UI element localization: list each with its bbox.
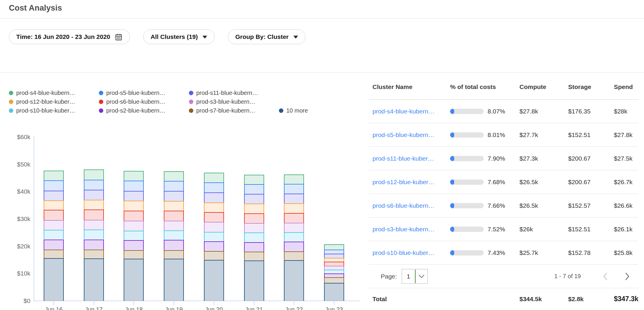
bar-segment[interactable] (284, 260, 304, 301)
bar-segment[interactable] (244, 204, 264, 213)
legend-item[interactable]: prod-s12-blue-kuber… (9, 97, 99, 106)
legend-item[interactable]: prod-s11-blue-kubern… (189, 88, 279, 97)
bar-segment[interactable] (284, 251, 304, 260)
bar-segment[interactable] (244, 175, 264, 184)
bar-segment[interactable] (244, 260, 264, 301)
bar-segment[interactable] (124, 240, 144, 250)
bar-segment[interactable] (84, 210, 104, 220)
next-page-button[interactable] (623, 272, 631, 281)
bar-segment[interactable] (324, 258, 344, 262)
bar-segment[interactable] (84, 200, 104, 210)
bar-segment[interactable] (44, 230, 64, 239)
bar-segment[interactable] (124, 231, 144, 240)
clusters-filter-button[interactable]: All Clusters (19) (143, 29, 215, 44)
legend-item[interactable]: prod-s2-blue-kubern… (99, 106, 189, 115)
cluster-name-link[interactable]: prod-s4-blue-kubern… (372, 108, 450, 115)
group-by-filter-button[interactable]: Group By: Cluster (228, 29, 305, 44)
bar-segment[interactable] (44, 258, 64, 301)
bar-segment[interactable] (324, 283, 344, 301)
bar-segment[interactable] (124, 171, 144, 181)
bar-segment[interactable] (84, 220, 104, 230)
bar-segment[interactable] (244, 242, 264, 252)
bar-segment[interactable] (284, 194, 304, 203)
cluster-name-link[interactable]: prod-s10-blue-kuber… (372, 249, 450, 256)
bar-segment[interactable] (324, 244, 344, 250)
bar-segment[interactable] (204, 251, 224, 260)
bar-segment[interactable] (244, 194, 264, 204)
cluster-name-link[interactable]: prod-s12-blue-kuber… (372, 179, 450, 186)
bar-segment[interactable] (124, 181, 144, 191)
bar-segment[interactable] (244, 184, 264, 194)
bar-segment[interactable] (204, 202, 224, 212)
cluster-name-link[interactable]: prod-s11-blue-kuber… (372, 155, 450, 162)
cluster-name-link[interactable]: prod-s5-blue-kubern… (372, 131, 450, 138)
bar-segment[interactable] (84, 180, 104, 190)
bar-segment[interactable] (284, 223, 304, 232)
cluster-name-link[interactable]: prod-s6-blue-kubern… (372, 202, 450, 209)
legend-item[interactable]: prod-s4-blue-kubern… (9, 88, 99, 97)
bar-segment[interactable] (44, 210, 64, 220)
bar-segment[interactable] (164, 171, 184, 181)
legend-item[interactable]: prod-s5-blue-kubern… (99, 88, 189, 97)
bar-segment[interactable] (164, 221, 184, 230)
legend-item[interactable]: prod-s3-blue-kubern… (189, 97, 279, 106)
bar-segment[interactable] (164, 250, 184, 259)
bar-segment[interactable] (124, 211, 144, 221)
bar-segment[interactable] (164, 211, 184, 220)
bar-segment[interactable] (124, 201, 144, 211)
bar-segment[interactable] (44, 220, 64, 230)
bar-segment[interactable] (124, 259, 144, 301)
bar-segment[interactable] (124, 191, 144, 201)
bar-segment[interactable] (204, 192, 224, 202)
bar-segment[interactable] (204, 260, 224, 301)
legend-item[interactable]: prod-s10-blue-kuber… (9, 106, 99, 115)
bar-segment[interactable] (324, 266, 344, 270)
bar-segment[interactable] (284, 213, 304, 223)
bar-segment[interactable] (204, 173, 224, 182)
legend-item[interactable]: prod-s6-blue-kubern… (99, 97, 189, 106)
bar-segment[interactable] (244, 252, 264, 260)
bar-segment[interactable] (204, 241, 224, 251)
bar-segment[interactable] (204, 232, 224, 241)
legend-item[interactable]: 10 more (279, 106, 308, 115)
bar-segment[interactable] (84, 240, 104, 250)
legend-item[interactable]: prod-s7-blue-kubern… (189, 106, 279, 115)
bar-segment[interactable] (284, 203, 304, 213)
bar-segment[interactable] (164, 230, 184, 240)
bar-segment[interactable] (244, 233, 264, 242)
bar-segment[interactable] (84, 169, 104, 179)
bar-segment[interactable] (324, 254, 344, 258)
bar-segment[interactable] (244, 223, 264, 233)
bar-segment[interactable] (324, 273, 344, 277)
bar-segment[interactable] (204, 212, 224, 222)
bar-segment[interactable] (164, 240, 184, 250)
bar-segment[interactable] (284, 174, 304, 184)
cluster-name-link[interactable]: prod-s3-blue-kubern… (372, 226, 450, 233)
bar-segment[interactable] (44, 200, 64, 210)
time-range-filter-button[interactable]: Time: 16 Jun 2020 - 23 Jun 2020 (9, 29, 130, 44)
bar-segment[interactable] (284, 232, 304, 242)
bar-segment[interactable] (44, 240, 64, 250)
bar-segment[interactable] (44, 191, 64, 200)
bar-segment[interactable] (324, 262, 344, 266)
bar-segment[interactable] (244, 213, 264, 223)
bar-segment[interactable] (204, 222, 224, 232)
bar-segment[interactable] (44, 171, 64, 180)
bar-segment[interactable] (84, 230, 104, 239)
bar-segment[interactable] (84, 250, 104, 259)
bar-segment[interactable] (164, 259, 184, 301)
bar-segment[interactable] (284, 242, 304, 251)
bar-segment[interactable] (164, 191, 184, 201)
bar-segment[interactable] (284, 184, 304, 193)
bar-segment[interactable] (164, 181, 184, 191)
bar-segment[interactable] (84, 258, 104, 301)
bar-segment[interactable] (84, 190, 104, 200)
bar-segment[interactable] (324, 277, 344, 283)
bar-segment[interactable] (44, 250, 64, 258)
bar-segment[interactable] (324, 250, 344, 254)
bar-segment[interactable] (204, 182, 224, 192)
page-select[interactable]: 1 (402, 269, 428, 284)
bar-segment[interactable] (324, 270, 344, 273)
bar-segment[interactable] (44, 180, 64, 190)
bar-segment[interactable] (124, 221, 144, 230)
